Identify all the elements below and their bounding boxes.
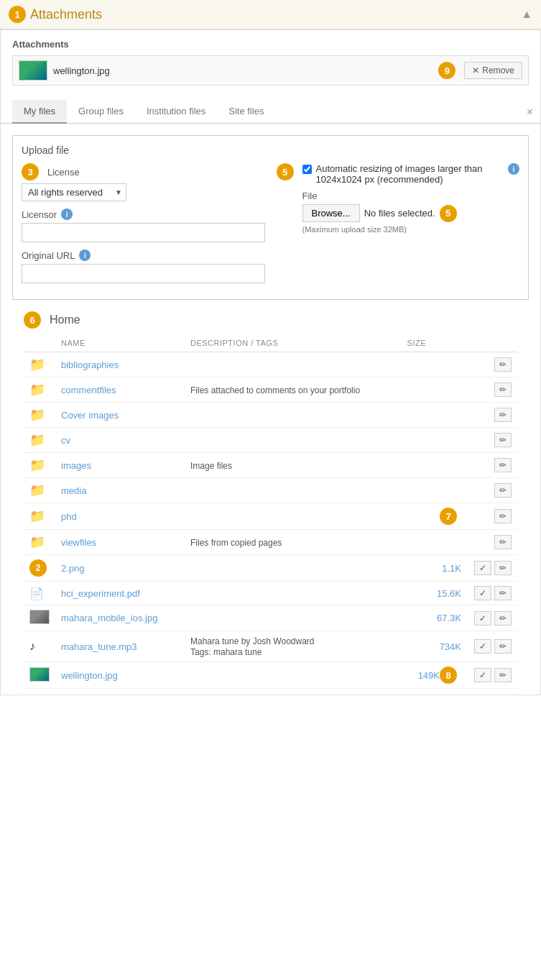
collapse-icon[interactable]: ▲ xyxy=(521,8,532,21)
file-link[interactable]: wellington.jpg xyxy=(61,670,118,681)
file-link[interactable]: mahara_tune.mp3 xyxy=(61,641,137,652)
row-actions: ✏ xyxy=(467,428,517,453)
size-text: 15.6K xyxy=(437,588,461,599)
check-button[interactable]: ✓ xyxy=(474,561,491,575)
remove-button[interactable]: ✕ Remove xyxy=(464,62,522,79)
max-upload-text: (Maximum upload size 32MB) xyxy=(302,225,520,234)
row-actions: ✏ xyxy=(467,403,517,428)
col-name: NAME xyxy=(55,334,185,352)
edit-button[interactable]: ✏ xyxy=(494,639,512,654)
description-text: Files attached to comments on your portf… xyxy=(190,385,360,395)
step-badge-1: 1 xyxy=(9,6,26,23)
tab-institution-files[interactable]: Institution files xyxy=(135,100,217,124)
file-link[interactable]: hci_experiment.pdf xyxy=(61,588,140,599)
file-link[interactable]: mahara_mobile_ios.jpg xyxy=(61,613,157,623)
image-icon xyxy=(29,610,50,624)
check-button[interactable]: ✓ xyxy=(474,668,491,682)
row-description: Files from copied pages xyxy=(185,530,402,555)
edit-button[interactable]: ✏ xyxy=(494,611,512,626)
row-size xyxy=(402,478,467,503)
edit-button[interactable]: ✏ xyxy=(494,483,512,498)
edit-button[interactable]: ✏ xyxy=(494,509,512,523)
tab-group-files[interactable]: Group files xyxy=(67,100,135,124)
upload-right-content: Automatic resizing of images larger than… xyxy=(302,163,520,234)
licensor-info-icon[interactable]: i xyxy=(61,209,73,220)
row-description xyxy=(185,662,402,689)
row-actions: ✓✏ xyxy=(467,582,517,605)
tab-site-files[interactable]: Site files xyxy=(217,100,275,124)
folder-link[interactable]: images xyxy=(61,460,91,471)
check-button[interactable]: ✓ xyxy=(474,586,491,600)
pdf-icon: 📄 xyxy=(29,587,44,600)
folder-link[interactable]: cv xyxy=(61,435,70,446)
row-size: 15.6K xyxy=(402,582,467,605)
attachment-filename: wellington.jpg xyxy=(53,65,110,76)
form-left: 3 License All rights reserved Creative C… xyxy=(22,163,265,290)
license-select[interactable]: All rights reserved Creative Commons Pub… xyxy=(22,183,126,201)
tab-my-files[interactable]: My files xyxy=(12,100,67,124)
auto-resize-info-icon[interactable]: i xyxy=(508,163,519,175)
actions-cell: ✏ xyxy=(473,433,512,447)
actions-cell: ✓✏ xyxy=(473,639,512,654)
folder-link[interactable]: viewfiles xyxy=(61,537,96,548)
folder-link[interactable]: Cover images xyxy=(61,410,119,421)
check-button[interactable]: ✓ xyxy=(474,639,491,654)
folder-link[interactable]: media xyxy=(61,485,86,496)
col-icon xyxy=(24,334,55,352)
table-row: 📁commentfilesFiles attached to comments … xyxy=(24,377,517,403)
row-actions: ✓✏ xyxy=(467,555,517,582)
size-text: 1.1K xyxy=(442,563,461,574)
edit-button[interactable]: ✏ xyxy=(494,357,512,372)
file-label: File xyxy=(302,191,520,201)
attachments-label: Attachments xyxy=(12,39,529,50)
table-row: 📁media✏ xyxy=(24,478,517,503)
edit-button[interactable]: ✏ xyxy=(494,433,512,447)
edit-button[interactable]: ✏ xyxy=(494,561,512,575)
edit-button[interactable]: ✏ xyxy=(494,458,512,472)
auto-resize-checkbox[interactable] xyxy=(302,165,312,174)
edit-button[interactable]: ✏ xyxy=(494,586,512,600)
row-icon: 📁 xyxy=(24,377,55,403)
license-row: 3 License All rights reserved Creative C… xyxy=(22,163,265,201)
row-icon: 📁 xyxy=(24,530,55,555)
step-badge-8: 8 xyxy=(440,667,457,684)
row-icon: ♪ xyxy=(24,631,55,662)
licensor-label-text: Licensor xyxy=(22,209,57,220)
actions-cell: ✏ xyxy=(473,535,512,549)
form-right: 5 Automatic resizing of images larger th… xyxy=(277,163,520,290)
row-size: 734K xyxy=(402,631,467,662)
row-size: 149K8 xyxy=(402,662,467,689)
step-badge-7: 7 xyxy=(440,508,457,525)
row-actions: ✏ xyxy=(467,478,517,503)
attachments-inner: Attachments wellington.jpg 9 ✕ Remove xyxy=(1,30,540,94)
row-icon xyxy=(24,605,55,631)
table-row: 📁Cover images✏ xyxy=(24,403,517,428)
folder-link[interactable]: phd xyxy=(61,511,77,522)
licensor-input[interactable] xyxy=(22,223,265,242)
licensor-label: Licensor i xyxy=(22,209,265,220)
edit-button[interactable]: ✏ xyxy=(494,535,512,549)
close-icon[interactable]: × xyxy=(527,106,533,119)
description-text: Mahara tune by Josh Woodward xyxy=(190,636,315,646)
row-size: 7 xyxy=(402,503,467,530)
table-row: 📁viewfilesFiles from copied pages✏ xyxy=(24,530,517,555)
row-description: Image files xyxy=(185,453,402,478)
edit-button[interactable]: ✏ xyxy=(494,383,512,397)
table-row: 📁phd7✏ xyxy=(24,503,517,530)
check-button[interactable]: ✓ xyxy=(474,611,491,626)
original-url-input[interactable] xyxy=(22,264,265,283)
original-url-info-icon[interactable]: i xyxy=(79,249,91,261)
home-section: 6 Home NAME DESCRIPTION / TAGS SIZE 📁bib… xyxy=(12,306,529,689)
edit-button[interactable]: ✏ xyxy=(494,668,512,682)
audio-icon: ♪ xyxy=(29,640,35,652)
attachment-left: wellington.jpg xyxy=(19,60,110,81)
browse-button[interactable]: Browse... xyxy=(302,204,360,222)
row-name: wellington.jpg xyxy=(55,662,185,689)
folder-link[interactable]: bibliographies xyxy=(61,360,119,370)
licensor-row: Licensor i xyxy=(22,209,265,242)
actions-cell: ✏ xyxy=(473,408,512,422)
folder-link[interactable]: commentfiles xyxy=(61,385,116,395)
file-link[interactable]: 2.png xyxy=(61,563,85,574)
folder-icon: 📁 xyxy=(29,458,45,472)
edit-button[interactable]: ✏ xyxy=(494,408,512,422)
